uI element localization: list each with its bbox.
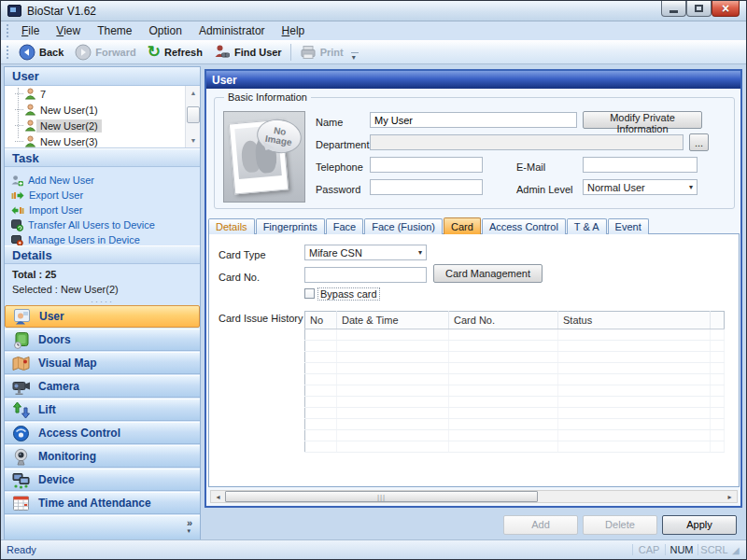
column-card-no[interactable]: Card No. (449, 312, 558, 329)
department-field (370, 134, 684, 150)
title-bar[interactable]: BioStar V1.62 (1, 1, 746, 21)
keyboard-indicators: CAP NUM SCRL ◢ (632, 540, 743, 559)
resize-grip-icon[interactable]: ◢ (732, 545, 743, 555)
add-user-icon (11, 175, 23, 187)
find-user-button[interactable]: Find User (208, 43, 288, 61)
card-type-select[interactable]: Mifare CSN ▾ (304, 245, 427, 260)
tab-event[interactable]: Event (608, 218, 649, 234)
forward-button[interactable]: Forward (69, 43, 141, 62)
menu-view[interactable]: View (48, 22, 89, 39)
toolbar-overflow-button[interactable]: ▾ (351, 52, 359, 63)
table-row (305, 329, 725, 341)
add-button[interactable]: Add (503, 515, 578, 535)
column-no[interactable]: No (305, 312, 337, 329)
scroll-right-icon[interactable]: ▸ (723, 491, 737, 502)
back-button[interactable]: Back (13, 43, 69, 62)
forward-icon (75, 44, 92, 61)
column-date-time[interactable]: Date & Time (337, 312, 449, 329)
card-no-label: Card No. (218, 272, 260, 283)
tab-card[interactable]: Card (444, 217, 481, 234)
bypass-card-checkbox[interactable] (304, 288, 315, 299)
maximize-icon (695, 5, 703, 12)
card-management-button[interactable]: Card Management (433, 264, 543, 283)
card-type-label: Card Type (218, 249, 266, 260)
nav-item-time-attendance[interactable]: Time and Attendance (5, 492, 200, 514)
password-field[interactable] (370, 179, 483, 195)
table-row (305, 363, 725, 374)
card-no-field[interactable] (304, 267, 427, 283)
menu-option[interactable]: Option (141, 22, 190, 39)
scroll-thumb[interactable]: ||| (225, 491, 538, 502)
main-panel-body: Basic Information No Image Name Modify P… (206, 89, 740, 506)
nav-more-dropdown-icon[interactable]: ▾ (187, 527, 190, 535)
name-field[interactable] (370, 112, 577, 128)
scroll-down-icon[interactable]: ▼ (187, 134, 200, 147)
delete-button[interactable]: Delete (583, 515, 657, 535)
menu-administrator[interactable]: Administrator (190, 22, 274, 39)
visual-map-icon (12, 355, 31, 372)
nav-item-camera[interactable]: Camera (5, 375, 200, 398)
sidebar: User 7 New User(1) New User(2) New Us (4, 66, 201, 540)
nav-item-user[interactable]: User (5, 305, 200, 328)
telephone-field[interactable] (370, 157, 483, 173)
nav-item-visual-map[interactable]: Visual Map (5, 352, 200, 374)
card-issue-history-label: Card Issue History (218, 313, 303, 324)
table-row (305, 352, 725, 363)
refresh-button[interactable]: ↻ Refresh (142, 43, 208, 61)
column-status[interactable]: Status (558, 312, 711, 329)
tree-scrollbar[interactable]: ▲ ▼ (185, 86, 200, 147)
menu-theme[interactable]: Theme (89, 22, 140, 39)
splitter-handle[interactable]: ····· (5, 298, 200, 305)
user-icon (24, 119, 36, 132)
tab-fingerprints[interactable]: Fingerprints (256, 218, 325, 234)
scroll-up-icon[interactable]: ▲ (187, 87, 200, 99)
nav-item-doors[interactable]: Doors (5, 329, 200, 351)
toolbar: Back Forward ↻ Refresh Find User Print ▾ (1, 40, 746, 64)
tab-face[interactable]: Face (326, 218, 363, 234)
nav-bar: User Doors Visual Map Camera Lift Access… (5, 305, 200, 515)
status-ready-text: Ready (7, 544, 36, 555)
tab-details[interactable]: Details (208, 218, 255, 234)
task-import-user[interactable]: Import User (11, 203, 200, 217)
telephone-label: Telephone (316, 161, 363, 173)
menu-help[interactable]: Help (274, 22, 314, 39)
tab-face-fusion[interactable]: Face (Fusion) (364, 218, 443, 234)
tree-item[interactable]: New User(3) (5, 133, 200, 148)
doors-icon (12, 331, 31, 349)
bypass-card-label[interactable]: Bypass card (317, 287, 380, 301)
status-bar: Ready CAP NUM SCRL ◢ (1, 539, 746, 559)
monitoring-icon (12, 448, 31, 466)
nav-item-device[interactable]: Device (5, 469, 200, 491)
apply-button[interactable]: Apply (662, 515, 737, 535)
task-transfer-users[interactable]: Transfer All Users to Device (11, 217, 200, 232)
tree-item[interactable]: 7 (5, 86, 200, 102)
nav-item-access-control[interactable]: Access Control (5, 422, 200, 444)
department-label: Department (316, 139, 369, 150)
tree-item-selected[interactable]: New User(2) (5, 118, 200, 133)
menu-file[interactable]: File (13, 22, 48, 39)
tab-t-and-a[interactable]: T & A (567, 218, 607, 234)
maximize-button[interactable] (686, 1, 712, 17)
modify-private-information-button[interactable]: Modify Private Information (583, 111, 702, 129)
tab-access-control[interactable]: Access Control (482, 218, 566, 234)
print-button[interactable]: Print (294, 43, 349, 61)
department-browse-button[interactable]: ... (689, 133, 709, 151)
tree-item[interactable]: New User(1) (5, 102, 200, 118)
task-add-new-user[interactable]: Add New User (11, 173, 200, 188)
scroll-thumb[interactable] (187, 106, 200, 123)
nav-more-chevron-icon[interactable]: » (187, 518, 192, 527)
camera-icon (12, 378, 31, 396)
user-icon (24, 104, 36, 116)
horizontal-scrollbar[interactable]: ◂ ||| ▸ (210, 490, 738, 503)
close-button[interactable]: × (712, 1, 740, 17)
nav-item-monitoring[interactable]: Monitoring (5, 445, 200, 468)
task-export-user[interactable]: Export User (11, 188, 200, 203)
admin-level-select[interactable]: Normal User ▾ (583, 179, 698, 195)
table-row (305, 419, 725, 430)
minimize-button[interactable] (661, 1, 686, 17)
details-panel: Total : 25 Selected : New User(2) (5, 264, 200, 298)
menu-grip-handle (7, 24, 8, 37)
nav-item-lift[interactable]: Lift (5, 399, 200, 421)
scroll-left-icon[interactable]: ◂ (211, 491, 225, 502)
email-field[interactable] (583, 157, 698, 173)
